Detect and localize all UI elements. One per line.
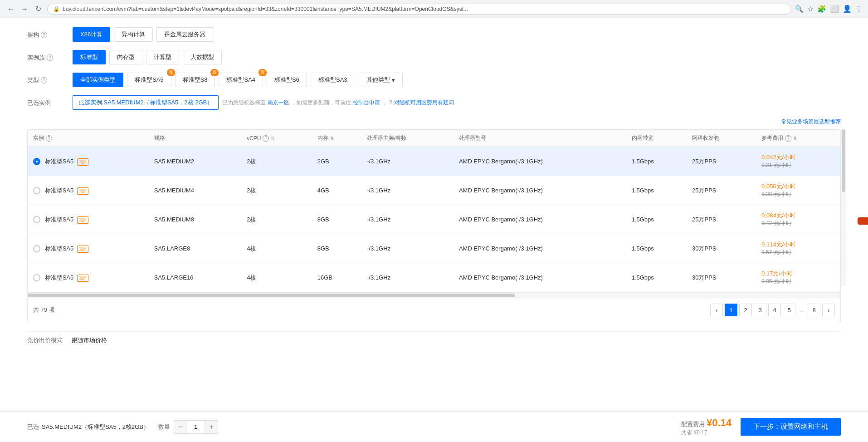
family-btn-standard[interactable]: 标准型 <box>73 50 106 64</box>
type-label: 类型 ? <box>27 73 63 84</box>
td-spec-3: SA5.LARGE8 <box>149 234 241 263</box>
radio-0[interactable] <box>33 158 40 165</box>
th-vcpu-help-icon[interactable]: ? <box>263 135 269 142</box>
next-step-button[interactable]: 下一步：设置网络和主机 <box>741 418 841 436</box>
table-vertical-scrollbar[interactable] <box>841 129 846 286</box>
zone-fee-question-icon[interactable]: ? <box>389 99 392 106</box>
page-btn-5[interactable]: 5 <box>783 304 795 316</box>
td-price-3: 0.114元/小时 0.57 元/小时 <box>756 234 840 263</box>
page-btn-1[interactable]: 1 <box>725 304 737 316</box>
radio-4[interactable] <box>33 274 40 281</box>
th-vcpu-sort-icon[interactable]: ⇅ <box>271 136 274 141</box>
bottom-right: 配置费用 ¥0.14 共省 ¥0.17 下一步：设置网络和主机 <box>681 417 841 437</box>
menu-icon[interactable]: ⋮ <box>855 5 863 13</box>
th-price-sort-icon[interactable]: ⇅ <box>793 136 797 141</box>
th-vcpu[interactable]: vCPU ? ⇅ <box>241 130 312 147</box>
type-btn-s8[interactable]: 标准型S8 <box>175 73 215 87</box>
profile-icon[interactable]: 👤 <box>843 5 852 13</box>
qty-minus-btn[interactable]: − <box>174 421 187 433</box>
recommend-link[interactable]: 常见业务场景最选型推荐 <box>27 118 841 126</box>
back-button[interactable]: ← <box>5 4 16 15</box>
arch-options: X86计算 异构计算 裸金属云服务器 <box>73 27 841 42</box>
family-row: 实例族 ? 标准型 内存型 计算型 大数据型 <box>27 50 841 64</box>
th-price[interactable]: 参考费用 ? ⇅ <box>756 130 840 147</box>
family-label: 实例族 ? <box>27 50 63 62</box>
bottom-selected-area: 已选 SA5.MEDIUM2（标准型SA5，2核2GB） <box>27 423 149 431</box>
arch-row: 架构 ? X86计算 异构计算 裸金属云服务器 <box>27 27 841 42</box>
page-next-btn[interactable]: › <box>822 304 835 316</box>
arch-help-icon[interactable]: ? <box>41 32 47 38</box>
type-wrap-sa4: 标准型SA4 荐 <box>219 73 263 87</box>
th-instance-help-icon[interactable]: ? <box>46 135 52 142</box>
bottom-left: 已选 SA5.MEDIUM2（标准型SA5，2核2GB） 数量 − + <box>27 420 218 434</box>
page-btn-4[interactable]: 4 <box>768 304 781 316</box>
type-btn-sa4[interactable]: 标准型SA4 <box>219 73 263 87</box>
bookmark-icon[interactable]: ☆ <box>807 5 814 13</box>
td-bandwidth-2: 1.5Gbps <box>626 205 687 234</box>
table-row[interactable]: 标准型SA5 2折 SA5.MEDIUM2 2核 2GB -/3.1GHz AM… <box>28 147 840 176</box>
qty-control: − + <box>174 420 218 434</box>
table-vscroll-thumb[interactable] <box>842 129 845 192</box>
price-main-3: 0.114元/小时 <box>761 241 835 249</box>
family-btn-memory[interactable]: 内存型 <box>109 50 142 64</box>
type-btn-sa3[interactable]: 标准型SA3 <box>311 73 355 87</box>
page-btn-2[interactable]: 2 <box>739 304 752 316</box>
table-row[interactable]: 标准型SA5 2折 SA5.LARGE8 4核 8GB -/3.1GHz AMD… <box>28 234 840 263</box>
console-apply-link[interactable]: 控制台申请 <box>353 99 380 107</box>
instance-name-1: 标准型SA5 <box>45 187 74 194</box>
browser-icons: 🔍 ☆ 🧩 ⬜ 👤 ⋮ <box>795 5 863 13</box>
qty-plus-btn[interactable]: + <box>205 421 218 433</box>
radio-2[interactable] <box>33 216 40 223</box>
td-cpu-freq-3: -/3.1GHz <box>361 234 454 263</box>
td-price-2: 0.084元/小时 0.42 元/小时 <box>756 205 840 234</box>
radio-1[interactable] <box>33 187 40 194</box>
table-row[interactable]: 标准型SA5 2折 SA5.LARGE16 4核 16GB -/3.1GHz A… <box>28 263 840 292</box>
table-row[interactable]: 标准型SA5 2折 SA5.MEDIUM4 2核 4GB -/3.1GHz AM… <box>28 176 840 205</box>
type-btn-other[interactable]: 其他类型 ▾ <box>359 73 403 87</box>
extensions-icon[interactable]: 🧩 <box>817 5 826 13</box>
table-row[interactable]: 标准型SA5 2折 SA5.MEDIUM8 2核 8GB -/3.1GHz AM… <box>28 205 840 234</box>
qty-input[interactable] <box>187 421 205 433</box>
td-spec-0: SA5.MEDIUM2 <box>149 147 241 176</box>
table-horizontal-scrollbar[interactable] <box>28 292 840 298</box>
td-cpu-freq-4: -/3.1GHz <box>361 263 454 292</box>
td-bandwidth-4: 1.5Gbps <box>626 263 687 292</box>
browser-bar: ← → ↻ 🔒 buy.cloud.tencent.com/cvm?tab=cu… <box>0 0 868 18</box>
discount-badge-3: 2折 <box>77 246 89 253</box>
td-price-4: 0.17元/小时 0.85 元/小时 <box>756 263 840 292</box>
arch-btn-hetero[interactable]: 异构计算 <box>114 27 153 42</box>
arch-btn-x86[interactable]: X86计算 <box>73 27 110 42</box>
page-prev-btn[interactable]: ‹ <box>710 304 723 316</box>
side-widget[interactable]: 有奖调研 <box>858 217 868 225</box>
family-btn-compute[interactable]: 计算型 <box>146 50 179 64</box>
arch-btn-bare[interactable]: 裸金属云服务器 <box>156 27 213 42</box>
address-bar[interactable]: 🔒 buy.cloud.tencent.com/cvm?tab=custom&s… <box>47 4 791 15</box>
page-btn-8[interactable]: 8 <box>808 304 820 316</box>
zone-fee-link[interactable]: 对随机可用区费用有疑问 <box>394 99 454 107</box>
th-memory[interactable]: 内存 ⇅ <box>312 130 361 147</box>
type-btn-all[interactable]: 全部实例类型 <box>73 73 123 87</box>
family-btn-bigdata[interactable]: 大数据型 <box>183 50 222 64</box>
td-price-0: 0.042元/小时 0.21 元/小时 <box>756 147 840 176</box>
region-link[interactable]: 南京一区 <box>268 99 289 107</box>
radio-3[interactable] <box>33 245 40 252</box>
page-btn-3[interactable]: 3 <box>754 304 766 316</box>
table-scroll-thumb[interactable] <box>28 294 515 297</box>
td-cpu-freq-2: -/3.1GHz <box>361 205 454 234</box>
refresh-button[interactable]: ↻ <box>33 4 44 15</box>
th-memory-sort-icon[interactable]: ⇅ <box>330 136 334 141</box>
family-help-icon[interactable]: ? <box>47 54 53 61</box>
search-icon[interactable]: 🔍 <box>795 5 804 13</box>
selected-instance-box[interactable]: 已选实例 SA5.MEDIUM2（标准型SA5，2核 2GB） <box>73 95 219 110</box>
td-cpu-model-4: AMD EPYC Bergamo(-/3.1GHz) <box>454 263 626 292</box>
window-icon[interactable]: ⬜ <box>830 5 839 13</box>
th-instance: 实例 ? <box>28 130 149 147</box>
type-btn-s6[interactable]: 标准型S6 <box>267 73 307 87</box>
type-help-icon[interactable]: ? <box>41 77 47 83</box>
th-price-help-icon[interactable]: ? <box>785 135 791 142</box>
forward-button[interactable]: → <box>19 4 30 15</box>
bottom-selected-label: 已选 <box>27 423 39 431</box>
td-cpu-model-2: AMD EPYC Bergamo(-/3.1GHz) <box>454 205 626 234</box>
td-memory-0: 2GB <box>312 147 361 176</box>
type-btn-sa5[interactable]: 标准型SA5 <box>127 73 171 87</box>
